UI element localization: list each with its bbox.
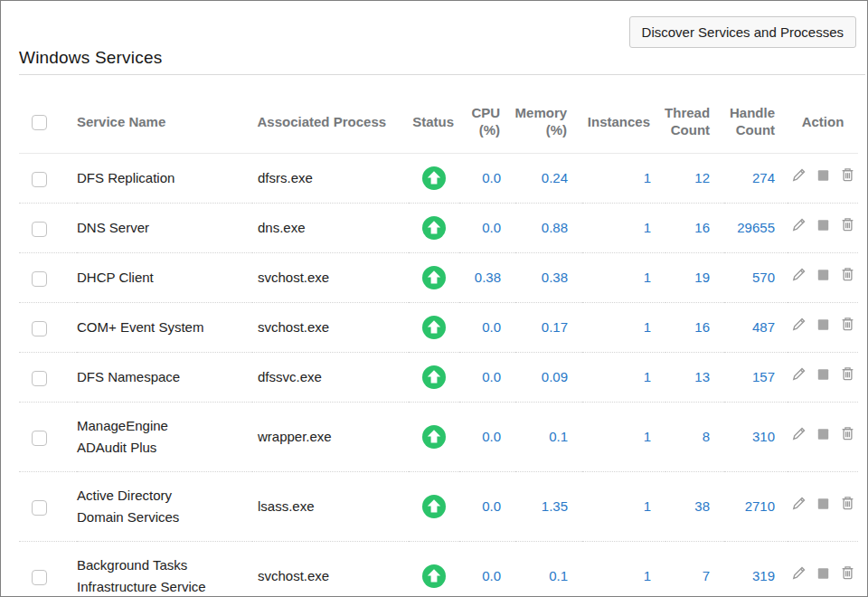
row-checkbox[interactable] [32, 570, 47, 585]
status-cell [409, 403, 459, 472]
thread-count-value: 19 [665, 253, 724, 303]
status-up-arrow-icon [422, 166, 446, 190]
row-checkbox[interactable] [32, 271, 47, 287]
service-name-cell: DNS Server [77, 204, 252, 253]
edit-pencil-icon[interactable] [790, 216, 807, 233]
handle-count-value: 319 [724, 542, 788, 597]
discover-services-button[interactable]: Discover Services and Processes [629, 16, 856, 48]
row-actions [790, 365, 856, 383]
handle-count-value: 310 [724, 403, 788, 472]
stop-square-icon[interactable] [815, 266, 832, 283]
memory-value: 0.09 [515, 353, 582, 403]
handle-count-value: 29655 [724, 204, 788, 253]
table-row: DFS Replication dfsrs.exe 0.0 0.24 1 12 … [19, 154, 858, 204]
column-header-memory: Memory (%) [514, 90, 581, 154]
table-row: DHCP Client svchost.exe 0.38 0.38 1 19 5… [19, 253, 858, 303]
table-row: DFS Namespace dfssvc.exe 0.0 0.09 1 13 1… [19, 353, 858, 403]
table-row: COM+ Event System svchost.exe 0.0 0.17 1… [19, 303, 858, 353]
table-row: ManageEngine ADAudit Plus wrapper.exe 0.… [19, 403, 858, 472]
status-cell [409, 303, 459, 353]
edit-pencil-icon[interactable] [790, 495, 807, 512]
thread-count-value: 12 [665, 154, 724, 204]
delete-trash-icon[interactable] [839, 564, 856, 582]
edit-pencil-icon[interactable] [790, 166, 807, 184]
delete-trash-icon[interactable] [839, 266, 856, 283]
column-header-service-name: Service Name [77, 90, 252, 154]
cpu-value: 0.0 [459, 472, 515, 542]
service-name-cell: COM+ Event System [77, 303, 252, 353]
row-checkbox[interactable] [32, 500, 47, 516]
delete-trash-icon[interactable] [839, 216, 856, 233]
memory-value: 0.38 [515, 253, 582, 303]
stop-square-icon[interactable] [815, 564, 832, 582]
service-name-cell: Background Tasks Infrastructure Service [77, 542, 252, 597]
status-up-arrow-icon [422, 266, 446, 289]
row-actions [790, 266, 856, 283]
associated-process-cell: dns.exe [252, 204, 409, 253]
row-checkbox[interactable] [32, 371, 47, 386]
status-cell [409, 204, 459, 253]
row-checkbox[interactable] [32, 222, 47, 237]
status-up-arrow-icon [422, 316, 446, 339]
edit-pencil-icon[interactable] [790, 564, 807, 582]
thread-count-value: 16 [665, 204, 724, 253]
memory-value: 0.1 [515, 403, 582, 472]
table-row: DNS Server dns.exe 0.0 0.88 1 16 29655 [19, 204, 858, 253]
edit-pencil-icon[interactable] [790, 266, 807, 283]
associated-process-cell: svchost.exe [252, 542, 409, 597]
instances-value: 1 [582, 154, 665, 204]
instances-value: 1 [582, 353, 665, 403]
stop-square-icon[interactable] [815, 425, 832, 442]
select-all-checkbox[interactable] [32, 115, 47, 130]
windows-services-page: { "header": { "title": "Windows Services… [0, 0, 868, 597]
table-row: Active Directory Domain Services lsass.e… [19, 472, 858, 542]
status-cell [409, 253, 459, 303]
delete-trash-icon[interactable] [839, 365, 856, 383]
memory-value: 0.24 [515, 154, 582, 204]
status-cell [409, 154, 459, 204]
cpu-value: 0.0 [459, 403, 515, 472]
status-up-arrow-icon [422, 216, 446, 240]
thread-count-value: 8 [665, 403, 724, 472]
column-header-instances: Instances [581, 90, 665, 154]
memory-value: 0.1 [515, 542, 582, 597]
edit-pencil-icon[interactable] [790, 365, 807, 383]
status-up-arrow-icon [422, 495, 446, 518]
page-header: Discover Services and Processes Windows … [1, 1, 867, 77]
instances-value: 1 [582, 542, 665, 597]
delete-trash-icon[interactable] [839, 316, 856, 333]
associated-process-cell: svchost.exe [252, 303, 409, 353]
row-checkbox[interactable] [32, 321, 47, 336]
delete-trash-icon[interactable] [839, 495, 856, 512]
stop-square-icon[interactable] [815, 316, 832, 333]
row-checkbox[interactable] [32, 431, 47, 446]
stop-square-icon[interactable] [815, 365, 832, 383]
handle-count-value: 487 [724, 303, 788, 353]
stop-square-icon[interactable] [815, 495, 832, 512]
instances-value: 1 [582, 204, 665, 253]
handle-count-value: 570 [724, 253, 788, 303]
status-cell [409, 472, 459, 542]
delete-trash-icon[interactable] [839, 425, 856, 442]
edit-pencil-icon[interactable] [790, 316, 807, 333]
memory-value: 0.88 [515, 204, 582, 253]
associated-process-cell: dfsrs.exe [252, 154, 409, 204]
column-header-cpu: CPU (%) [458, 90, 514, 154]
row-actions [790, 316, 856, 333]
thread-count-value: 38 [665, 472, 724, 542]
column-header-handle-count: Handle Count [724, 90, 788, 154]
associated-process-cell: dfssvc.exe [252, 353, 409, 403]
cpu-value: 0.0 [459, 542, 515, 597]
delete-trash-icon[interactable] [839, 166, 856, 184]
thread-count-value: 7 [665, 542, 724, 597]
row-checkbox[interactable] [32, 172, 47, 187]
title-divider [19, 74, 865, 75]
handle-count-value: 274 [724, 154, 788, 204]
edit-pencil-icon[interactable] [790, 425, 807, 442]
status-up-arrow-icon [422, 425, 446, 449]
stop-square-icon[interactable] [815, 216, 832, 233]
stop-square-icon[interactable] [815, 166, 832, 184]
memory-value: 1.35 [515, 472, 582, 542]
associated-process-cell: wrapper.exe [252, 403, 409, 472]
column-header-status: Status [408, 90, 458, 154]
